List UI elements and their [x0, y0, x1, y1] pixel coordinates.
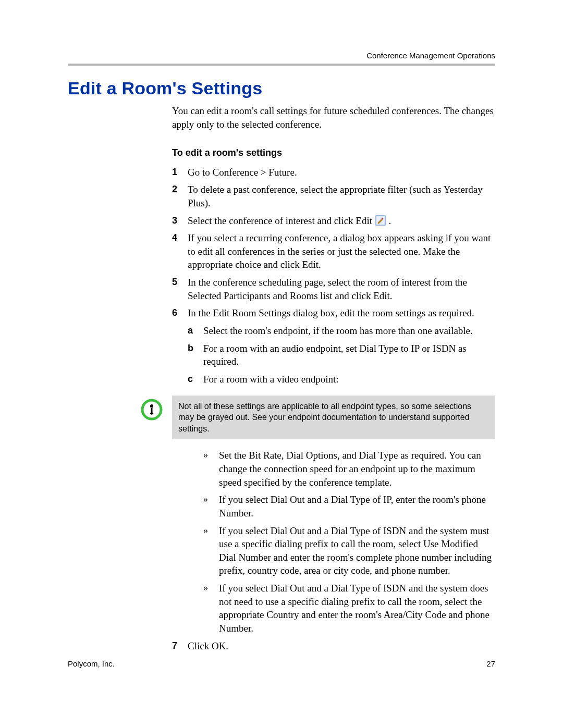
step-3: 3 Select the conference of interest and … [172, 214, 495, 228]
bullet-body: Set the Bit Rate, Dial Options, and Dial… [219, 449, 495, 489]
bullet-body: If you select Dial Out and a Dial Type o… [219, 524, 495, 578]
step-2: 2 To delete a past conference, select th… [172, 183, 495, 209]
substep-marker: c [188, 373, 203, 386]
bullet-body: If you select Dial Out and a Dial Type o… [219, 493, 495, 520]
step-marker: 1 [172, 166, 188, 179]
intro-paragraph: You can edit a room's call settings for … [172, 104, 495, 131]
substep-body: For a room with a video endpoint: [203, 373, 495, 386]
note-text: Not all of these settings are applicable… [172, 396, 495, 440]
header-rule [68, 64, 495, 66]
step-marker: 7 [172, 639, 188, 653]
step-marker: 3 [172, 214, 188, 228]
video-bullet-1: » Set the Bit Rate, Dial Options, and Di… [203, 449, 495, 489]
bullet-body: If you select Dial Out and a Dial Type o… [219, 582, 495, 635]
step3-before: Select the conference of interest and cl… [188, 215, 375, 226]
step-5: 5 In the conference scheduling page, sel… [172, 276, 495, 302]
edit-icon [375, 215, 386, 226]
substep-b: b For a room with an audio endpoint, set… [188, 342, 495, 368]
step-body: Select the conference of interest and cl… [188, 214, 495, 228]
page-title: Edit a Room's Settings [68, 78, 262, 98]
step-marker: 2 [172, 183, 188, 209]
video-bullet-4: » If you select Dial Out and a Dial Type… [203, 582, 495, 635]
step-4: 4 If you select a recurring conference, … [172, 231, 495, 272]
page: Conference Management Operations Edit a … [0, 0, 563, 728]
substep-marker: b [188, 342, 203, 368]
footer-left: Polycom, Inc. [68, 659, 115, 668]
step-1: 1 Go to Conference > Future. [172, 166, 495, 179]
bullet-mark: » [203, 449, 219, 489]
video-bullet-3: » If you select Dial Out and a Dial Type… [203, 524, 495, 578]
note: Not all of these settings are applicable… [141, 396, 495, 440]
step-6: 6 In the Edit Room Settings dialog box, … [172, 306, 495, 320]
bullet-mark: » [203, 524, 219, 578]
step-body: Click OK. [188, 639, 495, 653]
bullet-mark: » [203, 493, 219, 520]
running-head: Conference Management Operations [366, 51, 495, 60]
step-body: To delete a past conference, select the … [188, 183, 495, 209]
step-body: Go to Conference > Future. [188, 166, 495, 179]
page-number: 27 [486, 659, 495, 668]
substep-body: Select the room's endpoint, if the room … [203, 324, 495, 338]
step-marker: 6 [172, 306, 188, 320]
step-body: If you select a recurring conference, a … [188, 231, 495, 272]
bullet-mark: » [203, 582, 219, 635]
note-icon [141, 399, 163, 421]
substep-body: For a room with an audio endpoint, set D… [203, 342, 495, 368]
substep-a: a Select the room's endpoint, if the roo… [188, 324, 495, 338]
content-area: You can edit a room's call settings for … [172, 104, 495, 657]
step-marker: 5 [172, 276, 188, 302]
step3-after: . [388, 215, 391, 226]
step-7: 7 Click OK. [172, 639, 495, 653]
step-body: In the conference scheduling page, selec… [188, 276, 495, 302]
step-body: In the Edit Room Settings dialog box, ed… [188, 306, 495, 320]
substep-marker: a [188, 324, 203, 338]
step-marker: 4 [172, 231, 188, 272]
substep-c: c For a room with a video endpoint: [188, 373, 495, 386]
procedure-heading: To edit a room's settings [172, 146, 495, 159]
video-bullet-2: » If you select Dial Out and a Dial Type… [203, 493, 495, 520]
